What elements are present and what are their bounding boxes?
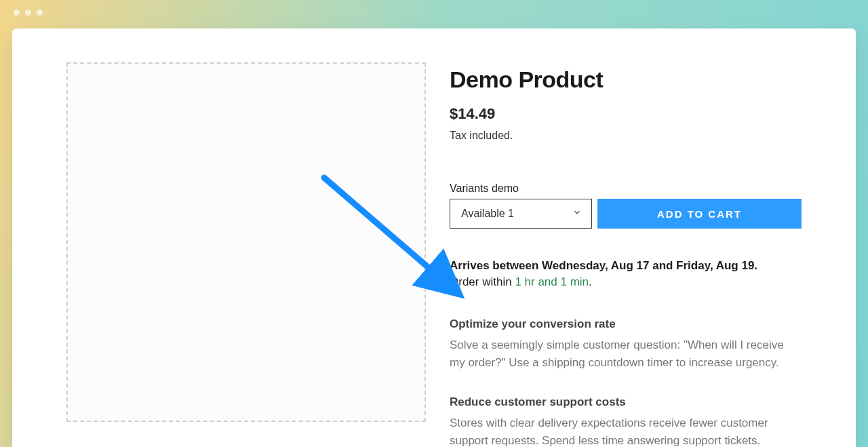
add-to-cart-button[interactable]: ADD TO CART <box>597 199 802 229</box>
browser-window: Demo Product $14.49 Tax included. Varian… <box>12 28 856 447</box>
feature-heading-2: Reduce customer support costs <box>450 395 802 409</box>
variants-selected-value: Available 1 <box>461 208 514 220</box>
order-within-prefix: Order within <box>450 275 515 288</box>
product-price: $14.49 <box>450 105 802 123</box>
traffic-light-dot <box>37 9 43 16</box>
tax-note: Tax included. <box>450 130 802 142</box>
product-image-placeholder <box>66 62 426 422</box>
order-within-suffix: . <box>589 275 592 288</box>
order-within-countdown: 1 hr and 1 min <box>515 275 589 288</box>
feature-body-2: Stores with clear delivery expectations … <box>450 414 802 447</box>
traffic-light-dot <box>14 9 20 16</box>
shipping-order-within: Order within 1 hr and 1 min. <box>450 275 802 289</box>
chevron-down-icon <box>572 208 582 220</box>
variants-label: Variants demo <box>450 182 802 195</box>
feature-body-1: Solve a seemingly simple customer questi… <box>450 336 802 371</box>
product-details: Demo Product $14.49 Tax included. Varian… <box>450 62 802 447</box>
window-traffic-lights <box>14 9 43 16</box>
traffic-light-dot <box>25 9 31 16</box>
feature-heading-1: Optimize your conversion rate <box>450 317 802 331</box>
variants-select[interactable]: Available 1 <box>450 199 592 229</box>
shipping-arrives-line: Arrives between Wednesday, Aug 17 and Fr… <box>450 259 802 273</box>
product-title: Demo Product <box>450 66 802 93</box>
